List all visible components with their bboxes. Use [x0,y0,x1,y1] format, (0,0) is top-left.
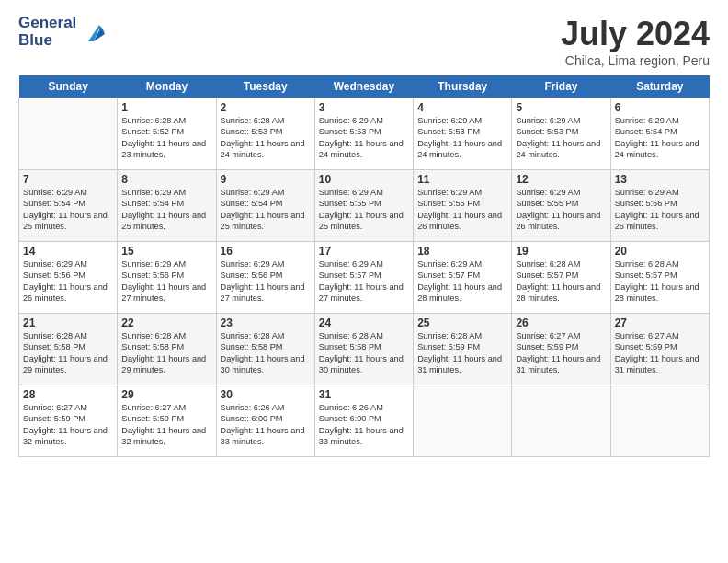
calendar-cell: 16Sunrise: 6:29 AMSunset: 5:56 PMDayligh… [216,242,314,314]
week-row-5: 28Sunrise: 6:27 AMSunset: 5:59 PMDayligh… [19,385,710,457]
calendar-table: SundayMondayTuesdayWednesdayThursdayFrid… [18,75,710,457]
calendar-cell: 30Sunrise: 6:26 AMSunset: 6:00 PMDayligh… [216,385,314,457]
cell-info: Sunrise: 6:29 AMSunset: 5:54 PMDaylight:… [615,115,705,161]
date-number: 31 [319,388,409,401]
header-tuesday: Tuesday [216,75,314,98]
calendar-cell: 2Sunrise: 6:28 AMSunset: 5:53 PMDaylight… [216,98,314,170]
calendar-cell: 11Sunrise: 6:29 AMSunset: 5:55 PMDayligh… [414,170,512,242]
date-number: 25 [417,316,507,329]
calendar-cell: 26Sunrise: 6:27 AMSunset: 5:59 PMDayligh… [512,314,610,385]
cell-info: Sunrise: 6:29 AMSunset: 5:56 PMDaylight:… [221,259,311,304]
cell-info: Sunrise: 6:29 AMSunset: 5:54 PMDaylight:… [121,187,211,233]
date-number: 19 [516,245,606,258]
week-row-2: 7Sunrise: 6:29 AMSunset: 5:54 PMDaylight… [19,170,710,242]
date-number: 12 [516,173,606,186]
cell-info: Sunrise: 6:28 AMSunset: 5:57 PMDaylight:… [516,259,606,304]
title-area: July 2024 Chilca, Lima region, Peru [561,15,710,68]
logo-line2: Blue [18,32,76,50]
calendar-cell: 3Sunrise: 6:29 AMSunset: 5:53 PMDaylight… [314,98,413,170]
calendar-cell: 12Sunrise: 6:29 AMSunset: 5:55 PMDayligh… [512,170,610,242]
cell-info: Sunrise: 6:29 AMSunset: 5:57 PMDaylight:… [319,259,409,304]
date-number: 11 [417,173,507,186]
calendar-cell: 23Sunrise: 6:28 AMSunset: 5:58 PMDayligh… [216,314,314,385]
calendar-cell: 27Sunrise: 6:27 AMSunset: 5:59 PMDayligh… [610,314,709,385]
subtitle: Chilca, Lima region, Peru [561,53,710,68]
calendar-cell: 22Sunrise: 6:28 AMSunset: 5:58 PMDayligh… [118,314,216,385]
week-row-3: 14Sunrise: 6:29 AMSunset: 5:56 PMDayligh… [19,242,710,314]
week-row-4: 21Sunrise: 6:28 AMSunset: 5:58 PMDayligh… [19,314,710,385]
calendar-cell: 24Sunrise: 6:28 AMSunset: 5:58 PMDayligh… [314,314,413,385]
date-number: 20 [615,245,705,258]
cell-info: Sunrise: 6:28 AMSunset: 5:57 PMDaylight:… [615,259,705,304]
cell-info: Sunrise: 6:29 AMSunset: 5:56 PMDaylight:… [615,187,705,233]
header-thursday: Thursday [414,75,512,98]
cell-info: Sunrise: 6:29 AMSunset: 5:56 PMDaylight:… [23,259,113,304]
cell-info: Sunrise: 6:28 AMSunset: 5:58 PMDaylight:… [121,330,211,376]
calendar-cell: 18Sunrise: 6:29 AMSunset: 5:57 PMDayligh… [414,242,512,314]
date-number: 4 [417,101,507,114]
cell-info: Sunrise: 6:28 AMSunset: 5:58 PMDaylight:… [23,330,113,376]
month-title: July 2024 [561,15,710,53]
logo-icon [79,16,108,45]
date-number: 27 [615,316,705,329]
cell-info: Sunrise: 6:27 AMSunset: 5:59 PMDaylight:… [615,330,705,376]
calendar-cell [414,385,512,457]
date-number: 17 [319,245,409,258]
cell-info: Sunrise: 6:27 AMSunset: 5:59 PMDaylight:… [121,402,211,448]
date-number: 16 [221,245,311,258]
page: General Blue July 2024 Chilca, Lima regi… [0,0,728,563]
calendar-cell: 19Sunrise: 6:28 AMSunset: 5:57 PMDayligh… [512,242,610,314]
date-number: 2 [221,101,311,114]
date-number: 14 [23,245,113,258]
header-sunday: Sunday [19,75,118,98]
calendar-cell: 20Sunrise: 6:28 AMSunset: 5:57 PMDayligh… [610,242,709,314]
calendar-cell [19,98,118,170]
calendar-cell: 29Sunrise: 6:27 AMSunset: 5:59 PMDayligh… [118,385,216,457]
date-number: 6 [615,101,705,114]
header-wednesday: Wednesday [314,75,413,98]
calendar-cell [610,385,709,457]
cell-info: Sunrise: 6:29 AMSunset: 5:57 PMDaylight:… [417,259,507,304]
date-number: 30 [221,388,311,401]
header-row: SundayMondayTuesdayWednesdayThursdayFrid… [19,75,710,98]
cell-info: Sunrise: 6:29 AMSunset: 5:53 PMDaylight:… [319,115,409,161]
date-number: 21 [23,316,113,329]
date-number: 22 [121,316,211,329]
calendar-cell: 6Sunrise: 6:29 AMSunset: 5:54 PMDaylight… [610,98,709,170]
date-number: 18 [417,245,507,258]
cell-info: Sunrise: 6:27 AMSunset: 5:59 PMDaylight:… [516,330,606,376]
week-row-1: 1Sunrise: 6:28 AMSunset: 5:52 PMDaylight… [19,98,710,170]
date-number: 5 [516,101,606,114]
date-number: 13 [615,173,705,186]
date-number: 3 [319,101,409,114]
calendar-cell: 8Sunrise: 6:29 AMSunset: 5:54 PMDaylight… [118,170,216,242]
cell-info: Sunrise: 6:28 AMSunset: 5:52 PMDaylight:… [121,115,211,161]
logo-line1: General [18,15,76,32]
date-number: 1 [121,101,211,114]
cell-info: Sunrise: 6:29 AMSunset: 5:55 PMDaylight:… [417,187,507,233]
header-monday: Monday [118,75,216,98]
calendar-cell: 9Sunrise: 6:29 AMSunset: 5:54 PMDaylight… [216,170,314,242]
cell-info: Sunrise: 6:29 AMSunset: 5:54 PMDaylight:… [221,187,311,233]
cell-info: Sunrise: 6:29 AMSunset: 5:54 PMDaylight:… [23,187,113,233]
calendar-cell: 15Sunrise: 6:29 AMSunset: 5:56 PMDayligh… [118,242,216,314]
date-number: 23 [221,316,311,329]
header-saturday: Saturday [610,75,709,98]
cell-info: Sunrise: 6:28 AMSunset: 5:59 PMDaylight:… [417,330,507,376]
calendar-cell: 4Sunrise: 6:29 AMSunset: 5:53 PMDaylight… [414,98,512,170]
cell-info: Sunrise: 6:29 AMSunset: 5:55 PMDaylight:… [516,187,606,233]
cell-info: Sunrise: 6:29 AMSunset: 5:55 PMDaylight:… [319,187,409,233]
date-number: 28 [23,388,113,401]
calendar-cell [512,385,610,457]
date-number: 24 [319,316,409,329]
calendar-cell: 28Sunrise: 6:27 AMSunset: 5:59 PMDayligh… [19,385,118,457]
calendar-cell: 13Sunrise: 6:29 AMSunset: 5:56 PMDayligh… [610,170,709,242]
calendar-cell: 5Sunrise: 6:29 AMSunset: 5:53 PMDaylight… [512,98,610,170]
cell-info: Sunrise: 6:29 AMSunset: 5:56 PMDaylight:… [121,259,211,304]
calendar-cell: 7Sunrise: 6:29 AMSunset: 5:54 PMDaylight… [19,170,118,242]
date-number: 7 [23,173,113,186]
cell-info: Sunrise: 6:26 AMSunset: 6:00 PMDaylight:… [319,402,409,448]
cell-info: Sunrise: 6:29 AMSunset: 5:53 PMDaylight:… [417,115,507,161]
logo: General Blue [18,15,108,49]
cell-info: Sunrise: 6:28 AMSunset: 5:58 PMDaylight:… [319,330,409,376]
